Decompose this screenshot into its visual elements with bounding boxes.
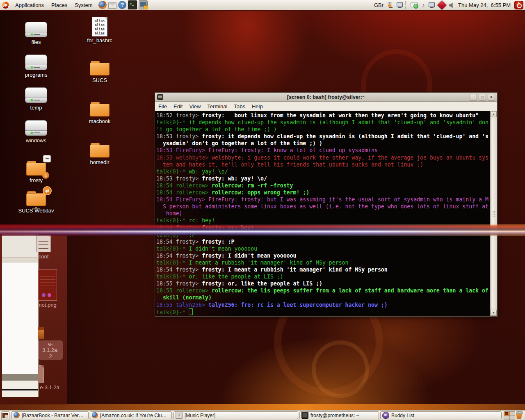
- taskbar-button-label: [Amazon.co.uk: If You're Cluel...: [100, 413, 171, 418]
- minimize-button[interactable]: _: [470, 94, 477, 100]
- firefox-icon: [92, 412, 98, 418]
- desktop-icon-macbook[interactable]: macbook: [79, 102, 120, 124]
- gem-icon[interactable]: [437, 0, 447, 10]
- music-note-icon[interactable]: ♪: [420, 2, 426, 9]
- scrollbar-up-arrow-icon[interactable]: ▲: [491, 111, 497, 117]
- drive-icon: [25, 22, 47, 38]
- terminal-window[interactable]: [screen 0: bash] frosty@silver:~ _□× Fil…: [155, 92, 498, 317]
- terminal-menu-help[interactable]: Help: [249, 103, 266, 110]
- desktop-icon-sucs-webdav[interactable]: ⇄SUCS Webdav: [16, 191, 57, 214]
- scrollbar-grip: [492, 210, 496, 217]
- desktop-icon-e-3-1-2a[interactable]: e-3.1.2a: [38, 365, 61, 390]
- taskbar-button-bazaarbook-bazaar-versi[interactable]: [BazaarBook - Bazaar Versi...: [11, 411, 89, 419]
- terminal-content[interactable]: 18:52 frosty> frosty: bout linux from th…: [155, 111, 497, 316]
- terminal-line: 't go together a lot of the time ;) ): [156, 126, 490, 133]
- workspace-cell-3[interactable]: [504, 416, 509, 420]
- lens-flare-band: [0, 224, 525, 236]
- terminal-text: rollercow: the lis peeps suffer from a l…: [212, 288, 488, 294]
- menu-applications[interactable]: Applications: [11, 1, 48, 9]
- desktop-icon-frosty[interactable]: ↪⌂frosty: [16, 161, 57, 183]
- terminal-icon[interactable]: [128, 0, 137, 9]
- terminal-menu-terminal[interactable]: Terminal: [204, 103, 231, 110]
- firefox-icon: [14, 412, 20, 418]
- menu-system[interactable]: System: [71, 1, 96, 9]
- show-desktop-button[interactable]: [1, 411, 9, 420]
- desktop-icon-for-bashrc[interactable]: aliasaliasaliasaliasfor_bashrc: [79, 17, 120, 43]
- terminal-line: 18:53 FireFury> FireFury: frosty: I know…: [156, 147, 490, 154]
- folder-icon: [90, 61, 110, 76]
- terminal-scrollbar[interactable]: ▲ ▼: [490, 111, 497, 316]
- trash-icon[interactable]: [516, 411, 523, 419]
- folder-icon: [90, 143, 110, 158]
- terminal-menu-tabs[interactable]: Tabs: [231, 103, 248, 110]
- email-icon[interactable]: [108, 2, 116, 9]
- terminal-text: FireFury: frosty: I know a lot of clued …: [208, 147, 378, 153]
- terminal-text: frosty: I meant a rubbish 'it manager' k…: [202, 267, 388, 273]
- terminal-text: talk{0}-*: [156, 169, 189, 175]
- terminal-text: frosty: I didn't mean yooooou: [202, 253, 296, 259]
- close-button[interactable]: ×: [488, 94, 495, 100]
- desktop-icon-homedir[interactable]: homedir: [79, 143, 120, 165]
- help-icon[interactable]: ?: [118, 1, 126, 9]
- taskbar-button-amazon-co-uk-if-you-re-cluel[interactable]: [Amazon.co.uk: If You're Cluel...: [90, 411, 172, 419]
- terminal-menu-file[interactable]: File: [155, 103, 170, 110]
- terminal-text: 18:54 FireFury>: [156, 196, 208, 203]
- quit-icon[interactable]: [514, 1, 523, 9]
- terminal-line: S person but administers some linux boxe…: [156, 203, 490, 210]
- terminal-line: ysadmin' don't go together a lot of the …: [156, 140, 490, 147]
- wallpaper-flourish: [312, 340, 369, 398]
- display-icon[interactable]: [396, 2, 403, 8]
- terminal-text: 18:55 rollercow>: [156, 288, 212, 294]
- terminal-line: talk{0}-* or, like the people at LIS ;): [156, 273, 490, 280]
- volume-icon[interactable]: [449, 2, 454, 8]
- desktop-icon-e-3-1-2a-2[interactable]: e-3.1.2a.2: [38, 327, 63, 360]
- workspace-switcher[interactable]: [504, 411, 515, 420]
- clock[interactable]: Thu May 24, 6:55 PM: [457, 2, 512, 8]
- taskbar-button-frosty-prometheus[interactable]: frosty@prometheus: ~: [299, 411, 379, 419]
- menu-places[interactable]: Places: [48, 1, 71, 9]
- desktop-icon-programs[interactable]: programs: [16, 55, 57, 78]
- scrollbar-thumb[interactable]: [491, 118, 497, 309]
- desktop-icon-label: not.png: [37, 302, 58, 308]
- pidgin-icon: [382, 412, 389, 419]
- chat-bubble-icon[interactable]: [410, 2, 418, 9]
- ubuntu-logo-icon[interactable]: [2, 2, 9, 9]
- taskbar-button-music-player[interactable]: ♪[Music Player]: [173, 411, 298, 419]
- workspace-cell-1[interactable]: [504, 412, 509, 415]
- desktop-icon-sucs[interactable]: SUCS: [79, 61, 120, 83]
- firefox-icon[interactable]: [98, 1, 107, 9]
- desktop-icon-files[interactable]: files: [16, 22, 57, 45]
- desktop-icon-not-png[interactable]: not.png: [37, 269, 58, 308]
- terminal-line: 18:54 rollercow> rollercow: opps wrong t…: [156, 189, 490, 196]
- terminal-text: frosty: wb: yay! \o/: [202, 176, 267, 182]
- terminal-text: talk{0}-*: [156, 246, 189, 252]
- keyboard-layout-indicator[interactable]: GBr: [372, 2, 385, 8]
- taskbar-button-label: frosty@prometheus: ~: [310, 413, 362, 418]
- terminal-menubar: FileEditViewTerminalTabsHelp: [155, 102, 497, 111]
- terminal-text: I meant a rubbish 'it manager' kind of M…: [189, 260, 348, 266]
- terminal-menu-edit[interactable]: Edit: [170, 103, 186, 110]
- desktop-icon-conf[interactable]: conf: [30, 235, 57, 260]
- link-emblem-icon: ↪: [43, 155, 51, 162]
- taskbar-button-label: [Music Player]: [185, 413, 218, 418]
- lock-screen-icon[interactable]: [139, 0, 148, 9]
- display-warning-icon[interactable]: [387, 2, 394, 8]
- maximize-button[interactable]: □: [479, 94, 486, 100]
- terminal-line: 18:54 FireFury> FireFury: frosty: but I …: [156, 196, 490, 203]
- terminal-icon: [301, 412, 308, 419]
- terminal-text: it depends how clued-up the sysadmin is …: [189, 119, 488, 126]
- taskbar-button-buddy-list[interactable]: Buddy List: [380, 411, 502, 419]
- terminal-text: rollercow: opps wrong term! ;): [212, 189, 309, 196]
- desktop-icon-temp[interactable]: temp: [16, 87, 57, 111]
- filepart-icon: [36, 235, 51, 252]
- scrollbar-down-arrow-icon[interactable]: ▼: [491, 310, 497, 316]
- terminal-text: 18:53 FireFury>: [156, 147, 208, 153]
- display-icon[interactable]: [428, 2, 435, 8]
- sync-emblem-icon: ⇄: [43, 186, 52, 195]
- terminal-menu-view[interactable]: View: [186, 103, 204, 110]
- workspace-cell-4[interactable]: [510, 416, 515, 420]
- workspace-cell-2[interactable]: [510, 412, 515, 415]
- desktop-icon-windows[interactable]: windows: [16, 120, 57, 144]
- terminal-titlebar[interactable]: [screen 0: bash] frosty@silver:~ _□×: [155, 93, 497, 102]
- terminal-text: 18:54 frosty>: [156, 267, 202, 273]
